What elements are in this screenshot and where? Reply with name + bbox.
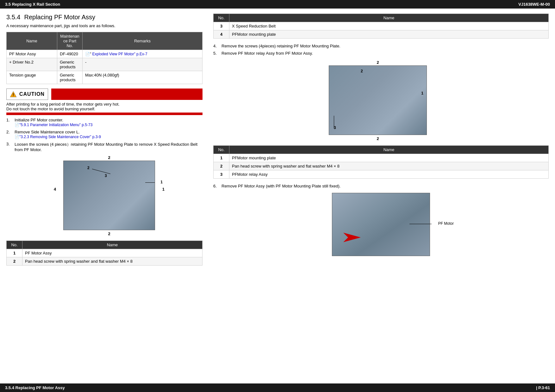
cell-name: Pan head screw with spring washer and fl… [229, 162, 549, 170]
vert-line [334, 116, 334, 128]
step-content: Remove PF Motor Assy (with PF Motor Moun… [221, 184, 340, 188]
diagram1-top-label: 2 [63, 155, 155, 160]
diagram2-bottom-label: 2 [329, 136, 427, 141]
cell-remarks: Max:40N (4,080gf) [83, 71, 203, 84]
step-num: 4. [213, 44, 219, 48]
top-bar-right: VJ1638WE-M-00 [518, 2, 550, 7]
section-heading: 3.5.4 Replacing PF Motor Assy [6, 14, 203, 21]
right-step6-list: 6. Remove PF Motor Assy (with PF Motor M… [213, 184, 549, 188]
cell-name: PF Motor Assy [7, 50, 57, 58]
table-row: Tension gauge Generic products Max:40N (… [7, 71, 203, 84]
col-remarks: Remarks [83, 32, 203, 50]
step-3: 3. Loosen the screws (4 pieces）retaining… [6, 142, 203, 152]
step-num: 3. [6, 142, 12, 152]
step-content: Remove Side Maintenance cover L. 📄"3.2.3… [15, 130, 101, 139]
callout2-2a: 2 [361, 69, 363, 73]
section-number: 3.5.4 [6, 14, 20, 21]
table-row: 2 Pan head screw with spring washer and … [7, 257, 203, 266]
caution-red-bar [51, 89, 203, 100]
cell-remarks: - [83, 58, 203, 71]
exploded-view-link[interactable]: Exploded View PF Motor" p.Ex-7 [92, 52, 147, 56]
step-5: 5. Remove PF Motor relay Assy from PF Mo… [213, 51, 549, 56]
intro-text: A necessary maintenance part, jigs and t… [6, 23, 203, 28]
callout2-1: 1 [421, 91, 423, 95]
diagram2-container: 2 2 1 3 2 [213, 60, 549, 141]
diagram1-image: 2 1 3 [63, 161, 155, 230]
cell-partno: DF-49020 [57, 50, 83, 58]
diagram3-container: PF Motor [213, 193, 549, 256]
cell-no: 1 [214, 154, 229, 162]
table-row: 2 Pan head screw with spring washer and … [214, 162, 549, 170]
step-6: 6. Remove PF Motor Assy (with PF Motor M… [213, 184, 549, 188]
caution-box: ! CAUTION [6, 89, 48, 100]
step-4: 4. Remove the screws (4pieces) retaining… [213, 44, 549, 48]
step-content: Remove PF Motor relay Assy from PF Motor… [221, 51, 313, 56]
cell-no: 2 [214, 162, 229, 170]
pf-motor-label: PF Motor [438, 221, 454, 226]
caution-line-1: After printing for a long period of time… [6, 102, 203, 107]
table-row: 3 PFMotor relay Assy [214, 170, 549, 179]
caution-text-content: After printing for a long period of time… [6, 100, 203, 113]
cell-name: PFMotor relay Assy [229, 170, 549, 179]
col-no: No. [214, 146, 229, 154]
cell-no: 3 [214, 22, 229, 30]
right-column: No. Name 3 X Speed Reduction Belt 4 PFMo… [210, 14, 549, 266]
table-row: 3 X Speed Reduction Belt [214, 22, 549, 30]
top-bar-left: 3.5 Replacing X Rail Section [5, 2, 60, 7]
caution-label: CAUTION [19, 91, 45, 97]
step-num: 5. [213, 51, 219, 56]
table-row: 1 PF Motor Assy [7, 249, 203, 257]
cell-name: X Speed Reduction Belt [229, 22, 549, 30]
svg-text:!: ! [13, 93, 14, 97]
steps-list: 1. Initialize PF Motor counter. 📄"5.9.1 … [6, 118, 203, 152]
diagram2-top-label: 2 [329, 60, 427, 65]
cell-name: PFMotor mounting plate [229, 154, 549, 162]
diagram1-bg [64, 161, 155, 230]
cell-no: 4 [214, 30, 229, 39]
red-arrow [342, 230, 364, 246]
caution-line-2: Do not touch the motor to avoid burning … [6, 107, 203, 111]
cell-no: 2 [7, 257, 22, 266]
cell-remarks: 📄" Exploded View PF Motor" p.Ex-7 [83, 50, 203, 58]
parts-table: Name Maintenan ce Part No. Remarks PF Mo… [6, 32, 203, 84]
diagram3-bg [332, 193, 430, 256]
caution-bottom-bar [6, 113, 203, 115]
section-title: Replacing PF Motor Assy [24, 14, 95, 21]
caution-section: ! CAUTION After printing for a long peri… [6, 89, 203, 115]
col-name: Name [229, 14, 549, 22]
cell-partno: Generic products [57, 58, 83, 71]
col-no: No. [7, 241, 22, 249]
left-column: 3.5.4 Replacing PF Motor Assy A necessar… [6, 14, 203, 266]
step1-link[interactable]: 📄"5.9.1 Parameter Initialization Menu" p… [15, 123, 92, 127]
bottom-bar-right: | P.3-61 [536, 385, 550, 390]
top-bar: 3.5 Replacing X Rail Section VJ1638WE-M-… [0, 0, 555, 9]
col-name: Name [229, 146, 549, 154]
warning-icon: ! [10, 91, 17, 98]
cell-name: Tension gauge [7, 71, 57, 84]
step-num: 1. [6, 118, 12, 127]
pf-motor-line [409, 224, 432, 224]
step-content: Remove the screws (4pieces) retaining PF… [221, 44, 340, 48]
main-content: 3.5.4 Replacing PF Motor Assy A necessar… [0, 9, 555, 278]
step-2: 2. Remove Side Maintenance cover L. 📄"3.… [6, 130, 203, 139]
right-steps-list: 4. Remove the screws (4pieces) retaining… [213, 44, 549, 56]
table3: No. Name 1 PFMotor mounting plate 2 Pan … [213, 145, 549, 179]
diagram2-image: 2 1 3 [329, 65, 427, 135]
step2-link[interactable]: 📄"3.2.3 Removing Side Maintenance Cover"… [15, 135, 101, 139]
step-num: 6. [213, 184, 219, 188]
diagram1-container: 2 2 1 3 4 1 2 [6, 155, 203, 236]
cell-no: 1 [7, 249, 22, 257]
diagram3-image [332, 193, 430, 256]
col-partno: Maintenan ce Part No. [57, 32, 83, 50]
step-num: 2. [6, 130, 12, 139]
bottom-bar-left: 3.5.4 Replacing PF Motor Assy [5, 385, 65, 390]
cell-name: PF Motor Assy [22, 249, 203, 257]
table-row: PF Motor Assy DF-49020 📄" Exploded View … [7, 50, 203, 58]
callout-2a: 2 [87, 166, 90, 170]
bottom-bar: 3.5.4 Replacing PF Motor Assy | P.3-61 [0, 383, 555, 392]
diagram2-bg [329, 66, 427, 135]
table1: No. Name 1 PF Motor Assy 2 Pan head scre… [6, 241, 203, 266]
svg-marker-2 [343, 233, 361, 242]
callout-3: 3 [105, 174, 107, 178]
col-no: No. [214, 14, 229, 22]
